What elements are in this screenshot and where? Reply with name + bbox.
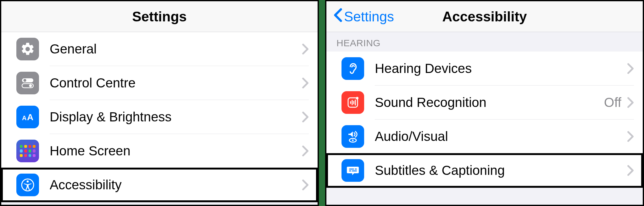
back-button[interactable]: Settings [333,8,394,25]
accessibility-icon [16,174,39,196]
row-label: Home Screen [50,143,302,159]
chevron-right-icon [627,97,634,108]
accessibility-header: Settings Accessibility [326,1,643,32]
display-brightness-icon: A A [16,106,39,128]
row-label: Sound Recognition [375,95,604,110]
row-subtitles-captioning[interactable]: Subtitles & Captioning [326,153,643,187]
control-centre-icon [16,72,39,94]
settings-header: Settings [1,1,318,32]
svg-rect-19 [352,170,357,171]
chevron-right-icon [302,145,309,157]
section-header-hearing: HEARING [326,32,643,52]
row-label: Subtitles & Captioning [375,163,627,178]
chevron-left-icon [333,8,343,25]
accessibility-panel: Settings Accessibility HEARING Hearing D… [325,0,644,206]
row-label: Hearing Devices [375,61,627,76]
svg-point-1 [24,79,26,82]
gear-icon [16,38,39,60]
svg-point-7 [27,181,29,183]
row-audio-visual[interactable]: Audio/Visual [326,120,643,153]
settings-title: Settings [132,9,187,25]
svg-rect-18 [349,170,351,171]
audio-visual-icon [341,125,364,148]
row-hearing-devices[interactable]: Hearing Devices [326,52,643,86]
accessibility-list: Hearing Devices Sound Recognition [326,52,643,187]
panel-divider [319,0,325,206]
row-label: General [50,42,302,57]
chevron-right-icon [302,111,309,123]
chevron-right-icon [627,131,634,142]
chevron-right-icon [627,63,634,74]
svg-rect-17 [355,169,357,170]
row-accessibility[interactable]: Accessibility [1,168,318,202]
chevron-right-icon [627,165,634,176]
row-home-screen[interactable]: Home Screen [1,134,318,168]
settings-panel: Settings General [0,0,319,206]
settings-list: General Control Centre [1,32,318,202]
row-general[interactable]: General [1,32,318,66]
back-label: Settings [344,9,394,25]
svg-point-3 [29,84,32,87]
row-sound-recognition[interactable]: Sound Recognition Off [326,86,643,120]
svg-rect-16 [349,169,354,170]
chevron-right-icon [302,179,309,191]
row-label: Display & Brightness [50,109,302,125]
row-label: Control Centre [50,75,302,91]
row-control-centre[interactable]: Control Centre [1,66,318,100]
sound-recognition-icon [341,91,364,114]
accessibility-title: Accessibility [442,9,527,25]
row-display-brightness[interactable]: A A Display & Brightness [1,100,318,134]
home-screen-icon [16,140,39,162]
chevron-right-icon [302,43,309,55]
svg-text:A: A [27,112,33,122]
row-label: Audio/Visual [375,129,627,144]
subtitles-icon [341,159,364,182]
chevron-right-icon [302,77,309,89]
svg-text:A: A [22,114,26,121]
svg-rect-8 [348,98,358,107]
svg-point-15 [352,140,354,141]
row-value: Off [604,95,621,110]
row-label: Accessibility [50,177,302,192]
svg-point-13 [356,97,358,99]
ear-icon [341,57,364,80]
